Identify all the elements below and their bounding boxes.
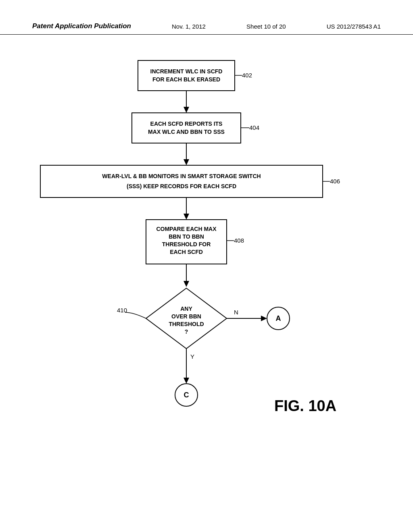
svg-text:THRESHOLD FOR: THRESHOLD FOR [162, 241, 211, 247]
svg-text:WEAR-LVL & BB MONITORS IN SMAR: WEAR-LVL & BB MONITORS IN SMART STORAGE … [102, 173, 261, 179]
svg-text:COMPARE EACH MAX: COMPARE EACH MAX [156, 226, 217, 232]
svg-text:INCREMENT WLC IN SCFD: INCREMENT WLC IN SCFD [150, 68, 223, 75]
svg-rect-6 [132, 113, 241, 143]
svg-text:(SSS) KEEP RECORDS FOR EACH SC: (SSS) KEEP RECORDS FOR EACH SCFD [127, 183, 236, 189]
svg-text:EACH SCFD: EACH SCFD [170, 249, 203, 255]
svg-text:BBN TO BBN: BBN TO BBN [169, 233, 204, 240]
patent-number: US 2012/278543 A1 [327, 23, 381, 30]
svg-text:408: 408 [234, 237, 244, 244]
svg-marker-34 [261, 316, 267, 321]
figure-label: FIG. 10A [274, 397, 336, 414]
svg-text:C: C [184, 391, 189, 399]
svg-text:THRESHOLD: THRESHOLD [169, 321, 204, 327]
svg-text:402: 402 [242, 72, 252, 79]
svg-text:EACH SCFD REPORTS ITS: EACH SCFD REPORTS ITS [150, 121, 223, 127]
svg-text:406: 406 [330, 178, 340, 185]
svg-marker-5 [184, 107, 189, 113]
svg-marker-11 [184, 159, 189, 165]
svg-marker-17 [184, 214, 189, 220]
svg-text:404: 404 [249, 124, 259, 131]
svg-text:A: A [276, 314, 281, 322]
svg-text:ANY: ANY [180, 305, 192, 312]
svg-marker-25 [184, 281, 189, 287]
svg-text:FOR EACH BLK ERASED: FOR EACH BLK ERASED [152, 76, 220, 83]
svg-rect-0 [138, 60, 235, 91]
publication-title: Patent Application Publication [32, 22, 131, 30]
svg-text:Y: Y [190, 353, 194, 360]
flowchart: INCREMENT WLC IN SCFD FOR EACH BLK ERASE… [0, 48, 413, 524]
svg-rect-12 [40, 165, 323, 197]
page-header: Patent Application Publication Nov. 1, 2… [0, 22, 413, 35]
svg-marker-39 [184, 378, 189, 384]
sheet-info: Sheet 10 of 20 [246, 23, 286, 30]
publication-date: Nov. 1, 2012 [172, 23, 206, 30]
svg-text:OVER BBN: OVER BBN [171, 313, 201, 320]
svg-text:?: ? [185, 328, 188, 335]
svg-text:MAX WLC AND BBN TO SSS: MAX WLC AND BBN TO SSS [148, 129, 225, 135]
svg-text:N: N [234, 309, 238, 316]
